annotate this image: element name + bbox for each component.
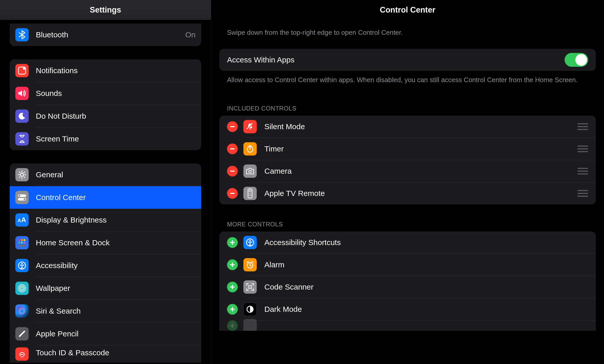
sidebar-item-siri-search[interactable]: Siri & Search <box>10 300 201 322</box>
included-controls-header: INCLUDED CONTROLS <box>219 105 596 116</box>
sidebar-item-do-not-disturb[interactable]: Do Not Disturb <box>10 105 201 127</box>
svg-text:A: A <box>18 218 21 223</box>
sidebar-item-label: General <box>36 170 196 179</box>
drag-handle[interactable] <box>577 190 588 197</box>
remove-button[interactable] <box>227 188 238 199</box>
access-within-apps-label: Access Within Apps <box>227 56 565 64</box>
remove-button[interactable] <box>227 144 238 154</box>
access-within-apps-row[interactable]: Access Within Apps <box>219 49 596 71</box>
bluetooth-icon <box>15 28 29 41</box>
svg-rect-54 <box>250 287 251 288</box>
drag-handle[interactable] <box>577 168 588 174</box>
sidebar-item-label: Screen Time <box>36 135 196 143</box>
included-item-label: Silent Mode <box>264 122 577 131</box>
add-button[interactable] <box>227 282 238 292</box>
sidebar-item-wallpaper[interactable]: Wallpaper <box>10 277 201 300</box>
included-item-timer: Timer <box>219 138 596 160</box>
notifications-icon <box>15 64 29 77</box>
svg-line-9 <box>19 177 20 178</box>
sidebar-item-label: Home Screen & Dock <box>36 238 196 247</box>
sidebar-group-notifications: Notifications Sounds Do Not Disturb <box>10 59 201 150</box>
more-item-label: Dark Mode <box>264 305 588 314</box>
sidebar-item-display-brightness[interactable]: AA Display & Brightness <box>10 209 201 231</box>
timer-icon <box>243 142 257 156</box>
more-item-label: Alarm <box>264 260 588 269</box>
siri-icon <box>15 304 29 318</box>
svg-point-12 <box>19 195 20 197</box>
sidebar-scroll[interactable]: Bluetooth On Notifications Sounds <box>0 20 211 364</box>
sidebar-item-label: Sounds <box>36 89 196 98</box>
svg-line-48 <box>247 261 248 262</box>
more-controls-card: Accessibility Shortcuts Alarm Co <box>219 231 596 331</box>
moon-icon <box>15 109 29 123</box>
sidebar-item-label: Siri & Search <box>36 307 196 315</box>
included-item-label: Camera <box>264 167 577 175</box>
dark-mode-icon <box>243 303 257 316</box>
svg-line-8 <box>24 177 25 178</box>
svg-point-27 <box>19 286 25 291</box>
svg-rect-51 <box>249 286 250 287</box>
sidebar-item-touch-id-passcode[interactable]: Touch ID & Passcode <box>10 345 201 363</box>
svg-point-44 <box>249 240 251 241</box>
more-controls-header: MORE CONTROLS <box>219 221 596 231</box>
toggles-icon <box>15 191 29 204</box>
access-within-apps-card: Access Within Apps <box>219 49 596 71</box>
sidebar-group-connectivity: Bluetooth On <box>10 24 201 46</box>
svg-point-14 <box>24 198 26 200</box>
drag-handle[interactable] <box>577 146 588 152</box>
qr-scanner-icon <box>243 280 257 294</box>
sidebar-item-general[interactable]: General <box>10 163 201 186</box>
svg-rect-18 <box>21 239 23 241</box>
sidebar-item-control-center[interactable]: Control Center <box>10 186 201 209</box>
svg-rect-20 <box>18 242 20 244</box>
svg-line-10 <box>24 172 25 173</box>
accessibility-icon <box>15 259 29 272</box>
included-item-silent-mode: Silent Mode <box>219 116 596 138</box>
sidebar-item-accessibility[interactable]: Accessibility <box>10 254 201 277</box>
more-item-alarm: Alarm <box>219 254 596 276</box>
app-root: Settings Bluetooth On Notificat <box>0 0 604 364</box>
settings-sidebar: Settings Bluetooth On Notificat <box>0 0 211 364</box>
included-item-label: Timer <box>264 145 577 153</box>
sidebar-item-label: Display & Brightness <box>36 216 196 224</box>
more-item-extra <box>219 321 596 331</box>
svg-line-47 <box>250 265 251 266</box>
svg-rect-17 <box>18 239 20 241</box>
add-button[interactable] <box>227 237 238 248</box>
fingerprint-icon <box>15 347 29 361</box>
svg-rect-50 <box>249 285 252 289</box>
drag-handle[interactable] <box>577 123 588 130</box>
svg-point-25 <box>21 263 23 264</box>
sidebar-item-bluetooth[interactable]: Bluetooth On <box>10 24 201 46</box>
add-button[interactable] <box>227 259 238 270</box>
detail-scroll[interactable]: Swipe down from the top-right edge to op… <box>211 20 604 364</box>
sidebar-item-label: Control Center <box>36 193 196 202</box>
svg-rect-53 <box>249 287 250 288</box>
sidebar-title: Settings <box>0 0 211 20</box>
sidebar-item-screen-time[interactable]: Screen Time <box>10 128 201 150</box>
svg-rect-52 <box>250 286 251 287</box>
add-button[interactable] <box>227 320 238 331</box>
hourglass-icon <box>15 132 29 146</box>
svg-point-2 <box>20 173 24 176</box>
svg-point-40 <box>251 194 251 194</box>
add-button[interactable] <box>227 304 238 315</box>
svg-rect-23 <box>18 245 25 247</box>
svg-point-36 <box>249 170 251 173</box>
camera-icon <box>243 164 257 178</box>
bell-slashed-icon <box>243 120 257 133</box>
sidebar-item-apple-pencil[interactable]: Apple Pencil <box>10 323 201 345</box>
remove-button[interactable] <box>227 121 238 132</box>
detail-hint: Swipe down from the top-right edge to op… <box>219 29 596 37</box>
sidebar-item-home-screen-dock[interactable]: Home Screen & Dock <box>10 231 201 254</box>
sidebar-item-sounds[interactable]: Sounds <box>10 82 201 105</box>
pencil-icon <box>15 327 29 340</box>
more-item-accessibility-shortcuts: Accessibility Shortcuts <box>219 231 596 253</box>
placeholder-icon <box>243 319 257 331</box>
access-within-apps-switch[interactable] <box>565 53 588 67</box>
included-item-label: Apple TV Remote <box>264 189 577 198</box>
remove-button[interactable] <box>227 166 238 177</box>
sidebar-item-notifications[interactable]: Notifications <box>10 59 201 82</box>
remote-icon <box>243 187 257 200</box>
gear-icon <box>15 168 29 181</box>
